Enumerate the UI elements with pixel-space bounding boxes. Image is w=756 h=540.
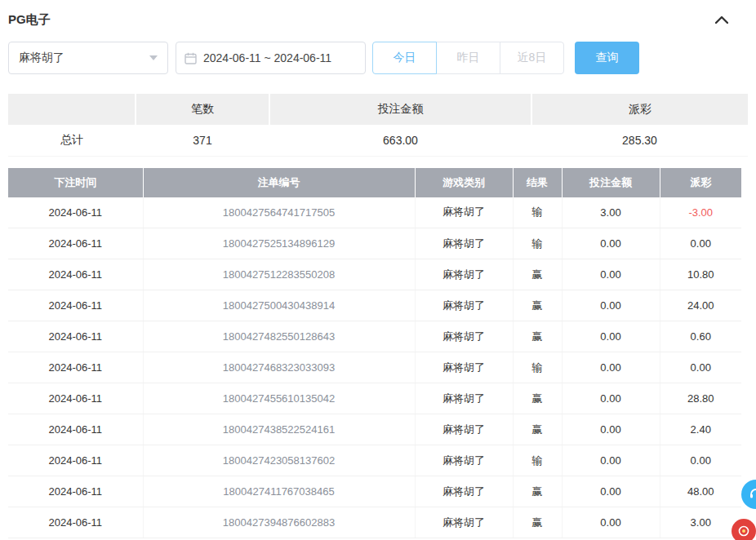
header-bet-id: 注单编号: [143, 168, 415, 197]
table-row: 2024-06-111800427564741717505麻将胡了输3.00-3…: [8, 197, 741, 228]
cell-bet-id: 1800427512283550208: [143, 259, 415, 290]
cell-date: 2024-06-11: [8, 228, 143, 259]
query-button[interactable]: 查询: [575, 42, 639, 74]
chevron-down-icon: [149, 55, 158, 60]
cell-result: 输: [513, 445, 562, 476]
cell-date: 2024-06-11: [8, 476, 143, 507]
cell-bet-amount: 0.00: [562, 259, 660, 290]
cell-result: 输: [513, 197, 562, 228]
table-row: 2024-06-111800427468323033093麻将胡了输0.000.…: [8, 352, 741, 383]
cell-result: 赢: [513, 507, 562, 538]
summary-header-row: 笔数 投注金额 派彩: [8, 94, 748, 125]
quick-range-group: 今日 昨日 近8日: [372, 42, 564, 74]
cell-payout: 0.00: [660, 352, 741, 383]
cell-payout: 0.00: [660, 228, 741, 259]
table-row: 2024-06-111800427455610135042麻将胡了赢0.0028…: [8, 383, 741, 414]
records-table: 下注时间 注单编号 游戏类别 结果 投注金额 派彩 2024-06-111800…: [8, 168, 741, 539]
cell-bet-id: 1800427394876602883: [143, 507, 415, 538]
collapse-button[interactable]: [715, 15, 728, 24]
cell-bet-amount: 0.00: [562, 228, 660, 259]
cell-date: 2024-06-11: [8, 414, 143, 445]
cell-game: 麻将胡了: [415, 507, 513, 538]
cell-date: 2024-06-11: [8, 290, 143, 321]
cell-game: 麻将胡了: [415, 445, 513, 476]
cell-result: 赢: [513, 476, 562, 507]
cell-result: 赢: [513, 321, 562, 352]
today-button[interactable]: 今日: [372, 42, 437, 74]
cell-game: 麻将胡了: [415, 476, 513, 507]
table-row: 2024-06-111800427411767038465麻将胡了赢0.0048…: [8, 476, 741, 507]
cell-game: 麻将胡了: [415, 414, 513, 445]
cell-date: 2024-06-11: [8, 445, 143, 476]
yesterday-button[interactable]: 昨日: [436, 42, 500, 74]
cell-bet-id: 1800427500430438914: [143, 290, 415, 321]
cell-bet-amount: 0.00: [562, 290, 660, 321]
cell-payout: 48.00: [660, 476, 741, 507]
header-game-type: 游戏类别: [415, 168, 513, 197]
table-row: 2024-06-111800427482550128643麻将胡了赢0.000.…: [8, 321, 741, 352]
table-row: 2024-06-111800427525134896129麻将胡了输0.000.…: [8, 228, 741, 259]
game-select[interactable]: 麻将胡了: [8, 42, 168, 74]
cell-bet-id: 1800427423058137602: [143, 445, 415, 476]
cell-bet-amount: 0.00: [562, 321, 660, 352]
cell-bet-amount: 0.00: [562, 507, 660, 538]
summary-header-count: 笔数: [136, 94, 269, 125]
cell-date: 2024-06-11: [8, 383, 143, 414]
cell-date: 2024-06-11: [8, 259, 143, 290]
cell-game: 麻将胡了: [415, 321, 513, 352]
cell-game: 麻将胡了: [415, 383, 513, 414]
cell-payout: 2.40: [660, 414, 741, 445]
cell-payout: -3.00: [660, 197, 741, 228]
cell-game: 麻将胡了: [415, 259, 513, 290]
cell-bet-amount: 0.00: [562, 445, 660, 476]
cell-bet-id: 1800427411767038465: [143, 476, 415, 507]
table-row: 2024-06-111800427423058137602麻将胡了输0.000.…: [8, 445, 741, 476]
table-row: 2024-06-111800427438522524161麻将胡了赢0.002.…: [8, 414, 741, 445]
headset-icon: [749, 487, 756, 502]
floating-promo-button[interactable]: [732, 519, 756, 540]
summary-header-blank: [8, 94, 136, 125]
cell-bet-amount: 0.00: [562, 352, 660, 383]
cell-game: 麻将胡了: [415, 290, 513, 321]
last-8-days-button[interactable]: 近8日: [500, 42, 564, 74]
cell-bet-amount: 0.00: [562, 476, 660, 507]
cell-bet-amount: 0.00: [562, 383, 660, 414]
page-title: PG电子: [8, 12, 51, 28]
table-row: 2024-06-111800427512283550208麻将胡了赢0.0010…: [8, 259, 741, 290]
cell-result: 输: [513, 228, 562, 259]
cell-date: 2024-06-11: [8, 197, 143, 228]
cell-payout: 3.00: [660, 507, 741, 538]
header-result: 结果: [513, 168, 562, 197]
cell-payout: 28.80: [660, 383, 741, 414]
cell-game: 麻将胡了: [415, 197, 513, 228]
cell-bet-id: 1800427438522524161: [143, 414, 415, 445]
cell-result: 输: [513, 352, 562, 383]
chevron-up-icon: [715, 15, 728, 24]
cell-bet-amount: 0.00: [562, 414, 660, 445]
cell-result: 赢: [513, 290, 562, 321]
header-payout: 派彩: [660, 168, 741, 197]
cell-bet-amount: 3.00: [562, 197, 660, 228]
cell-game: 麻将胡了: [415, 228, 513, 259]
cell-payout: 0.00: [660, 445, 741, 476]
summary-total-bet-amount: 663.00: [269, 125, 531, 156]
date-range-value: 2024-06-11 ~ 2024-06-11: [203, 51, 331, 64]
summary-header-bet-amount: 投注金额: [269, 94, 531, 125]
cell-bet-id: 1800427455610135042: [143, 383, 415, 414]
summary-header-payout: 派彩: [531, 94, 748, 125]
cell-result: 赢: [513, 414, 562, 445]
summary-table: 笔数 投注金额 派彩 总计 371 663.00 285.30: [8, 94, 748, 157]
header-bet-amount: 投注金额: [562, 168, 660, 197]
cell-date: 2024-06-11: [8, 507, 143, 538]
summary-total-payout: 285.30: [531, 125, 748, 156]
cell-payout: 24.00: [660, 290, 741, 321]
filter-bar: 麻将胡了 2024-06-11 ~ 2024-06-11 今日 昨日 近8日 查…: [8, 42, 748, 74]
records-header-row: 下注时间 注单编号 游戏类别 结果 投注金额 派彩: [8, 168, 741, 197]
calendar-icon: [185, 52, 197, 64]
cell-game: 麻将胡了: [415, 352, 513, 383]
cell-result: 赢: [513, 383, 562, 414]
cell-result: 赢: [513, 259, 562, 290]
summary-total-row: 总计 371 663.00 285.30: [8, 125, 748, 156]
cell-bet-id: 1800427482550128643: [143, 321, 415, 352]
date-range-input[interactable]: 2024-06-11 ~ 2024-06-11: [176, 42, 366, 74]
